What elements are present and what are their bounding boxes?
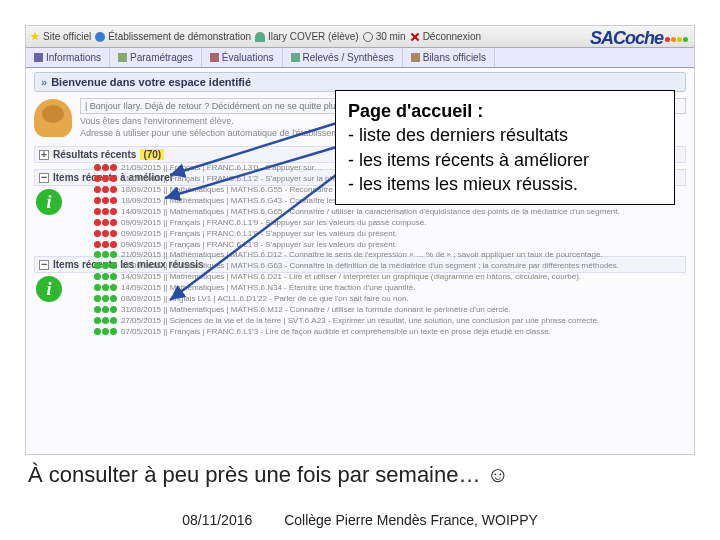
timer: 30 min <box>363 31 406 42</box>
bottom-caption: À consulter à peu près une fois par sema… <box>28 462 509 488</box>
etab-label: Établissement de démonstration <box>108 31 251 42</box>
footer-date: 08/11/2016 <box>182 512 252 528</box>
person-icon <box>255 32 265 42</box>
tab-parametrages[interactable]: Paramétrages <box>110 48 202 67</box>
settings-tab-icon <box>118 53 127 62</box>
close-icon <box>410 32 420 42</box>
callout-box: Page d'accueil : - liste des derniers ré… <box>335 90 675 205</box>
user-label: Ilary COVER (élève) <box>268 31 359 42</box>
tab-informations[interactable]: Informations <box>26 48 110 67</box>
chevron-icon: » <box>41 76 47 88</box>
timer-label: 30 min <box>376 31 406 42</box>
top-toolbar: Site officiel Établissement de démonstra… <box>26 26 694 48</box>
svg-line-2 <box>170 172 340 300</box>
callout-line3: - les items les mieux réussis. <box>348 172 662 196</box>
welcome-text: Bienvenue dans votre espace identifié <box>51 76 251 88</box>
tab-bar: Informations Paramétrages Évaluations Re… <box>26 48 694 68</box>
logo: SACoche <box>590 28 688 49</box>
welcome-bar: »Bienvenue dans votre espace identifié <box>34 72 686 92</box>
clock-icon <box>363 32 373 42</box>
callout-line1: - liste des derniers résultats <box>348 123 662 147</box>
footer-place: Collège Pierre Mendès France, WOIPPY <box>284 512 538 528</box>
etab-link[interactable]: Établissement de démonstration <box>95 31 251 42</box>
slide: Site officiel Établissement de démonstra… <box>0 0 720 540</box>
tab-evaluations[interactable]: Évaluations <box>202 48 283 67</box>
logout-link[interactable]: Déconnexion <box>410 31 481 42</box>
logout-label: Déconnexion <box>423 31 481 42</box>
info-tab-icon <box>34 53 43 62</box>
callout-arrows <box>40 90 370 310</box>
star-icon <box>30 32 40 42</box>
list-item: 07/05/2015 || Français | FRANC.6.L1'3 - … <box>94 326 619 337</box>
footer: 08/11/2016 Collège Pierre Mendès France,… <box>0 512 720 528</box>
releves-tab-icon <box>291 53 300 62</box>
globe-icon <box>95 32 105 42</box>
site-label: Site officiel <box>43 31 91 42</box>
tab-releves[interactable]: Relevés / Synthèses <box>283 48 403 67</box>
eval-tab-icon <box>210 53 219 62</box>
list-item: 27/05/2015 || Sciences de la vie et de l… <box>94 315 619 326</box>
user-link[interactable]: Ilary COVER (élève) <box>255 31 359 42</box>
tab-bilans[interactable]: Bilans officiels <box>403 48 495 67</box>
site-link[interactable]: Site officiel <box>30 31 91 42</box>
svg-line-0 <box>170 122 340 175</box>
bilans-tab-icon <box>411 53 420 62</box>
callout-title: Page d'accueil : <box>348 101 483 121</box>
callout-line2: - les items récents à améliorer <box>348 148 662 172</box>
